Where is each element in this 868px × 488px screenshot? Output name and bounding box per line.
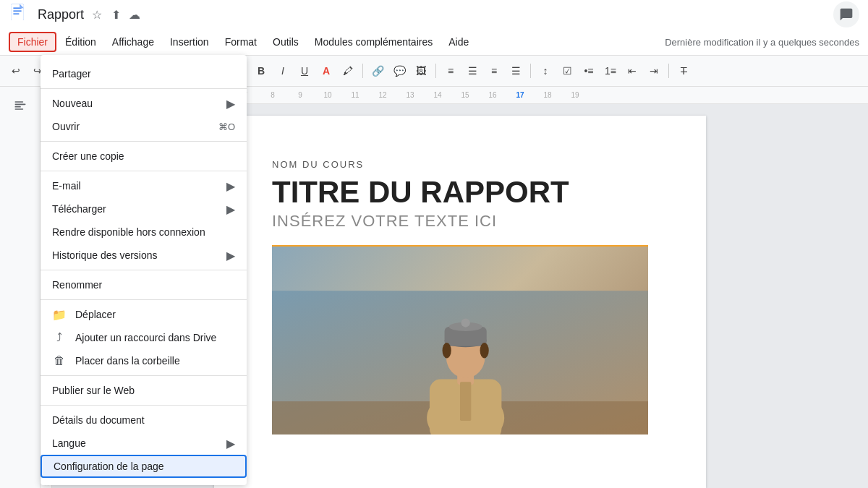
svg-rect-8 bbox=[14, 108, 23, 110]
app-icon bbox=[9, 3, 32, 26]
dropdown-section-3: E-mail ▶ Télécharger ▶ Rendre disponible… bbox=[41, 171, 247, 270]
dropdown-raccourci-drive[interactable]: ⤴ Ajouter un raccourci dans Drive bbox=[41, 326, 247, 349]
page-image bbox=[272, 247, 648, 435]
dropdown-details[interactable]: Détails du document bbox=[41, 408, 247, 432]
dropdown-section-5: 📁 Déplacer ⤴ Ajouter un raccourci dans D… bbox=[41, 300, 247, 376]
move-icon[interactable]: ⬆ bbox=[109, 7, 123, 22]
dropdown-menu: Partager Nouveau ▶ Ouvrir ⌘O Créer une c… bbox=[41, 55, 247, 485]
dropdown-ouvrir[interactable]: Ouvrir ⌘O bbox=[41, 115, 247, 138]
undo-button[interactable]: ↩ bbox=[6, 61, 26, 81]
dropdown-publier[interactable]: Publier sur le Web bbox=[41, 379, 247, 402]
sidebar-outline-icon[interactable] bbox=[7, 93, 33, 119]
top-bar: Rapport ☆ ⬆ ☁ bbox=[0, 0, 868, 29]
last-modified: Dernière modification il y a quelques se… bbox=[665, 37, 859, 48]
dropdown-creer-copie[interactable]: Créer une copie bbox=[41, 145, 247, 168]
doc-title[interactable]: Rapport bbox=[38, 7, 84, 22]
dropdown-email[interactable]: E-mail ▶ bbox=[41, 174, 247, 197]
menu-modules[interactable]: Modules complémentaires bbox=[307, 33, 440, 51]
title-icons: ☆ ⬆ ☁ bbox=[90, 7, 142, 22]
align-left[interactable]: ≡ bbox=[441, 61, 461, 81]
chat-button[interactable] bbox=[833, 1, 859, 27]
svg-point-18 bbox=[461, 319, 470, 328]
bold-button[interactable]: B bbox=[251, 61, 271, 81]
checklist-button[interactable]: ☑ bbox=[557, 61, 577, 81]
nom-cours-text: NOM DU COURS bbox=[272, 159, 648, 170]
menu-affichage[interactable]: Affichage bbox=[105, 33, 161, 51]
comment-button[interactable]: 💬 bbox=[389, 61, 409, 81]
document-page: NOM DU COURS TITRE DU RAPPORT INSÉREZ VO… bbox=[214, 116, 706, 488]
decrease-indent[interactable]: ⇤ bbox=[622, 61, 642, 81]
menu-aide[interactable]: Aide bbox=[441, 33, 476, 51]
divider-5 bbox=[435, 64, 436, 78]
align-right[interactable]: ≡ bbox=[484, 61, 504, 81]
menu-bar: Fichier Édition Affichage Insertion Form… bbox=[0, 29, 868, 55]
dropdown-historique[interactable]: Historique des versions ▶ bbox=[41, 244, 247, 267]
menu-outils[interactable]: Outils bbox=[265, 33, 306, 51]
dropdown-section-1: Nouveau ▶ Ouvrir ⌘O bbox=[41, 89, 247, 142]
cloud-icon[interactable]: ☁ bbox=[127, 7, 142, 22]
svg-rect-4 bbox=[13, 13, 19, 14]
dropdown-deplacer[interactable]: 📁 Déplacer bbox=[41, 303, 247, 326]
dropdown-section-partager: Partager bbox=[41, 59, 247, 89]
menu-insertion[interactable]: Insertion bbox=[163, 33, 216, 51]
link-button[interactable]: 🔗 bbox=[367, 61, 388, 81]
star-icon[interactable]: ☆ bbox=[90, 7, 104, 22]
svg-point-19 bbox=[443, 343, 451, 358]
bullet-list-button[interactable]: •≡ bbox=[579, 61, 599, 81]
divider-4 bbox=[362, 64, 363, 78]
numbered-list-button[interactable]: 1≡ bbox=[600, 61, 621, 81]
menu-edition[interactable]: Édition bbox=[58, 33, 103, 51]
dropdown-section-7: Détails du document Langue ▶ Configurati… bbox=[41, 406, 247, 481]
highlight-button[interactable]: 🖍 bbox=[338, 61, 358, 81]
image-button[interactable]: 🖼 bbox=[411, 61, 431, 81]
divider-6 bbox=[530, 64, 531, 78]
line-spacing-button[interactable]: ↕ bbox=[535, 61, 556, 81]
text-color-button[interactable]: A bbox=[316, 61, 336, 81]
svg-rect-5 bbox=[14, 101, 23, 103]
svg-rect-7 bbox=[14, 106, 20, 108]
dropdown-section-6: Publier sur le Web bbox=[41, 376, 247, 406]
shortcut-icon: ⤴ bbox=[52, 331, 67, 344]
italic-button[interactable]: I bbox=[273, 61, 293, 81]
clear-format[interactable]: T̶ bbox=[673, 61, 694, 81]
titre-rapport-text: TITRE DU RAPPORT bbox=[272, 176, 648, 209]
trash-icon: 🗑 bbox=[52, 354, 67, 367]
svg-rect-21 bbox=[460, 382, 471, 421]
svg-rect-3 bbox=[13, 10, 21, 12]
page-title-block: NOM DU COURS TITRE DU RAPPORT INSÉREZ VO… bbox=[272, 159, 648, 247]
dropdown-corbeille[interactable]: 🗑 Placer dans la corbeille bbox=[41, 349, 247, 372]
align-justify[interactable]: ☰ bbox=[506, 61, 526, 81]
menu-format[interactable]: Format bbox=[218, 33, 264, 51]
dropdown-hors-connexion[interactable]: Rendre disponible hors connexion bbox=[41, 221, 247, 244]
dropdown-config-page[interactable]: Configuration de la page bbox=[41, 455, 247, 478]
svg-point-20 bbox=[480, 343, 489, 358]
divider-7 bbox=[668, 64, 669, 78]
dropdown-partager[interactable]: Partager bbox=[41, 62, 247, 85]
dropdown-langue[interactable]: Langue ▶ bbox=[41, 432, 247, 455]
folder-icon: 📁 bbox=[52, 308, 67, 322]
sidebar bbox=[0, 87, 41, 488]
dropdown-nouveau[interactable]: Nouveau ▶ bbox=[41, 92, 247, 115]
menu-fichier[interactable]: Fichier bbox=[9, 32, 56, 52]
increase-indent[interactable]: ⇥ bbox=[644, 61, 664, 81]
dropdown-telecharger[interactable]: Télécharger ▶ bbox=[41, 197, 247, 221]
align-center[interactable]: ☰ bbox=[462, 61, 482, 81]
underline-button[interactable]: U bbox=[294, 61, 315, 81]
dropdown-renommer[interactable]: Renommer bbox=[41, 273, 247, 296]
inserez-texte-text: INSÉREZ VOTRE TEXTE ICI bbox=[272, 212, 648, 231]
svg-rect-6 bbox=[14, 104, 25, 106]
dropdown-section-4: Renommer bbox=[41, 270, 247, 300]
dropdown-section-2: Créer une copie bbox=[41, 142, 247, 171]
